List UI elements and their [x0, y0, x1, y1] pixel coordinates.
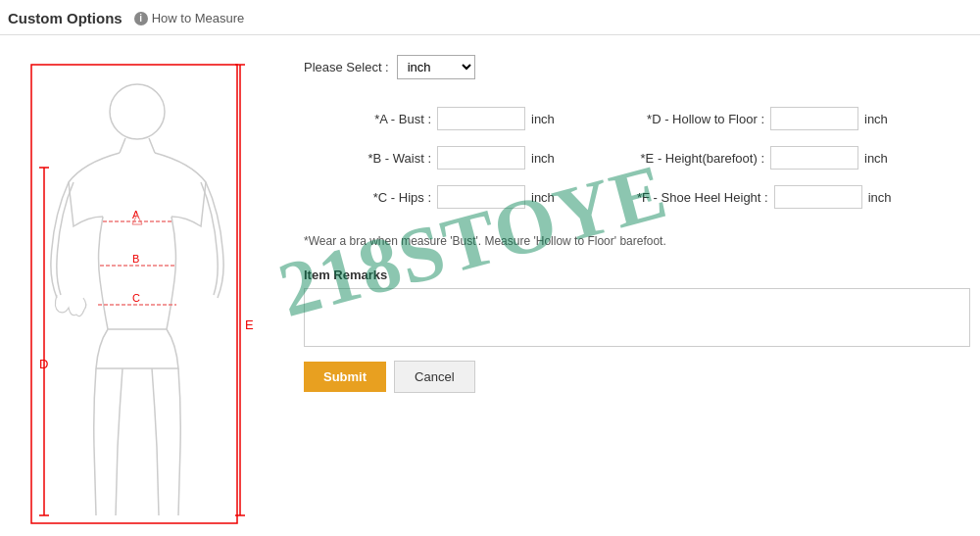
waist-input[interactable]	[437, 146, 525, 170]
measure-row-shoe: *F - Shoe Heel Height : inch	[637, 177, 970, 217]
hollow-label: *D - Hollow to Floor :	[637, 112, 764, 126]
measurements-grid: *A - Bust : inch *D - Hollow to Floor : …	[304, 99, 970, 217]
shoe-input[interactable]	[774, 185, 862, 209]
buttons-row: Submit Cancel	[304, 361, 970, 393]
shoe-label: *F - Shoe Heel Height :	[637, 190, 768, 205]
how-to-measure-label: How to Measure	[152, 11, 245, 25]
measure-row-height: *E - Height(barefoot) : inch	[637, 138, 970, 177]
measure-row-bust: *A - Bust : inch	[304, 99, 637, 138]
hips-unit: inch	[531, 190, 555, 205]
info-icon: i	[134, 12, 148, 25]
svg-line-4	[120, 138, 125, 153]
height-unit: inch	[864, 151, 888, 166]
svg-text:B: B	[132, 253, 139, 265]
hollow-unit: inch	[864, 112, 888, 126]
svg-point-3	[110, 84, 165, 139]
height-input[interactable]	[770, 146, 858, 170]
page-header: Custom Options i How to Measure	[0, 0, 980, 35]
bust-input[interactable]	[437, 107, 525, 130]
cancel-button[interactable]: Cancel	[394, 361, 474, 393]
height-label: *E - Height(barefoot) :	[637, 151, 764, 166]
unit-select-row: Please Select : inch cm	[304, 55, 970, 79]
remarks-label: Item Remarks	[304, 268, 970, 282]
shoe-unit: inch	[868, 190, 892, 205]
how-to-measure-link[interactable]: i How to Measure	[134, 11, 245, 25]
form-area: Please Select : inch cm *A - Bust : inch…	[284, 45, 980, 525]
measure-row-waist: *B - Waist : inch	[304, 138, 637, 177]
submit-button[interactable]: Submit	[304, 362, 386, 392]
measure-row-hips: *C - Hips : inch	[304, 177, 637, 217]
svg-line-5	[149, 138, 155, 153]
main-content: D E	[0, 35, 980, 535]
bust-unit: inch	[531, 112, 555, 126]
unit-select[interactable]: inch cm	[397, 55, 475, 79]
hips-label: *C - Hips :	[304, 190, 431, 205]
select-label: Please Select :	[304, 60, 389, 74]
hollow-input[interactable]	[770, 107, 858, 130]
hips-input[interactable]	[437, 185, 525, 209]
waist-label: *B - Waist :	[304, 151, 431, 166]
measure-row-hollow: *D - Hollow to Floor : inch	[637, 99, 970, 138]
bust-label: *A - Bust :	[304, 112, 431, 126]
remarks-textarea[interactable]	[304, 288, 970, 347]
waist-unit: inch	[531, 151, 555, 166]
page-title: Custom Options	[8, 10, 122, 26]
svg-text:C: C	[132, 292, 140, 304]
body-figure-svg: D E	[10, 55, 270, 535]
svg-text:E: E	[245, 317, 254, 332]
note-text: *Wear a bra when measure 'Bust'. Measure…	[304, 232, 970, 250]
figure-area: D E	[0, 45, 284, 525]
